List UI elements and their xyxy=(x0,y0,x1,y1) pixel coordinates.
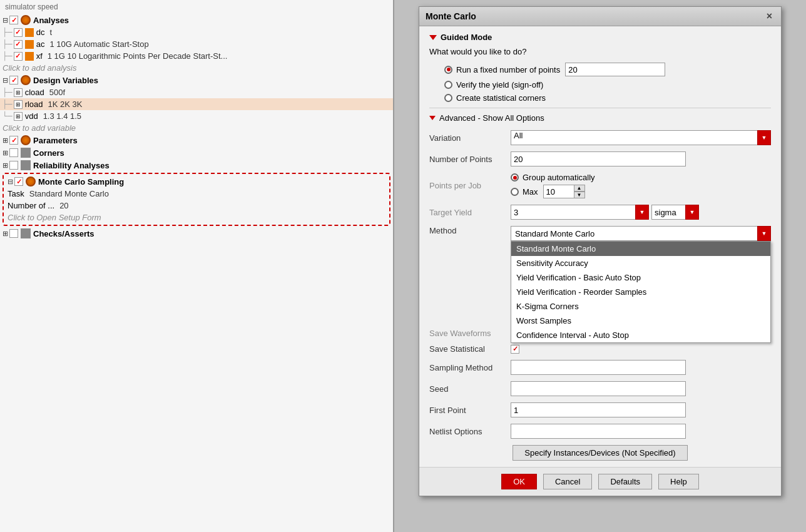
max-radio[interactable] xyxy=(511,188,519,196)
method-option-0[interactable]: Standard Monte Carlo xyxy=(511,242,770,256)
group-auto-row: Group automatically xyxy=(511,173,595,182)
open-setup-label: Click to Open Setup Form xyxy=(8,213,101,222)
dc-value: t xyxy=(49,28,52,37)
verify-yield-radio[interactable] xyxy=(444,81,452,89)
parameters-expand[interactable]: ⊞ xyxy=(3,136,8,145)
dc-name: dc xyxy=(36,28,45,37)
dialog-titlebar: Monte Carlo × xyxy=(419,7,781,26)
montecarlo-open[interactable]: Click to Open Setup Form xyxy=(5,212,388,223)
run-fixed-label: Run a fixed number of points xyxy=(456,65,560,74)
cload-icon: ⊞ xyxy=(14,88,23,97)
dialog-footer: OK Cancel Defaults Help xyxy=(419,467,781,496)
parameters-checkbox[interactable] xyxy=(9,136,18,145)
vdd-icon: ⊞ xyxy=(14,112,23,121)
xf-item: ├─ xf 1 1G 10 Logarithmic Points Per Dec… xyxy=(0,50,393,62)
method-display[interactable]: Standard Monte Carlo xyxy=(511,226,758,241)
create-corners-row: Create statistical corners xyxy=(429,93,771,103)
guided-mode-title: Guided Mode xyxy=(441,33,492,42)
cload-item: ├─ ⊞ cload 500f xyxy=(0,86,393,98)
first-point-input[interactable] xyxy=(511,402,686,417)
variation-row: Variation All xyxy=(429,130,771,145)
sampling-method-input[interactable] xyxy=(511,360,686,375)
analyses-expand[interactable]: ⊟ xyxy=(3,16,8,24)
save-statistical-label: Save Statistical xyxy=(429,344,511,354)
task-label: Task xyxy=(8,189,24,198)
target-yield-input[interactable] xyxy=(511,205,636,220)
montecarlo-task: Task Standard Monte Carlo xyxy=(5,188,388,200)
seed-input[interactable] xyxy=(511,381,686,396)
defaults-button[interactable]: Defaults xyxy=(598,474,652,489)
design-vars-icon xyxy=(21,75,31,85)
reliability-checkbox[interactable] xyxy=(9,161,18,170)
target-yield-row: Target Yield xyxy=(429,205,771,220)
method-option-1[interactable]: Sensitivity Accuracy xyxy=(511,256,770,270)
target-yield-dropdown-btn[interactable] xyxy=(635,205,649,220)
design-vars-checkbox[interactable] xyxy=(9,76,18,84)
run-fixed-radio[interactable] xyxy=(444,66,452,74)
max-input[interactable] xyxy=(543,185,574,198)
parameters-header[interactable]: ⊞ Parameters xyxy=(0,134,393,146)
method-option-6[interactable]: Confidence Interval - Auto Stop xyxy=(511,328,770,342)
vdd-item: └─ ⊞ vdd 1.3 1.4 1.5 xyxy=(0,110,393,122)
cancel-button[interactable]: Cancel xyxy=(543,474,592,489)
sigma-dropdown-btn[interactable] xyxy=(685,205,699,220)
corners-expand[interactable]: ⊞ xyxy=(3,149,8,157)
sigma-input[interactable] xyxy=(651,205,686,220)
help-button[interactable]: Help xyxy=(658,474,699,489)
montecarlo-icon xyxy=(26,176,36,187)
montecarlo-checkbox[interactable] xyxy=(14,177,23,186)
numpoints-input[interactable] xyxy=(511,151,686,166)
corners-checkbox[interactable] xyxy=(9,148,18,157)
task-value: Standard Monte Carlo xyxy=(29,189,109,198)
target-yield-label: Target Yield xyxy=(429,208,511,217)
max-spinner-down[interactable]: ▼ xyxy=(574,192,585,198)
advanced-toggle[interactable]: Advanced - Show All Options xyxy=(429,113,771,123)
method-option-3[interactable]: Yield Verification - Reorder Samples xyxy=(511,285,770,299)
netlist-options-input[interactable] xyxy=(511,424,686,439)
monte-carlo-dialog: Monte Carlo × Guided Mode What would you… xyxy=(419,6,782,496)
analyses-label: Analyses xyxy=(33,16,69,25)
add-variable[interactable]: Click to add variable xyxy=(0,122,393,134)
dc-checkbox[interactable] xyxy=(14,28,23,37)
netlist-options-label: Netlist Options xyxy=(429,427,511,436)
reliability-expand[interactable]: ⊞ xyxy=(3,161,8,170)
add-analysis[interactable]: Click to add analysis xyxy=(0,62,393,74)
checks-checkbox[interactable] xyxy=(9,229,18,238)
montecarlo-expand[interactable]: ⊟ xyxy=(8,178,13,186)
method-dropdown-list: Standard Monte Carlo Sensitivity Accurac… xyxy=(511,241,771,343)
method-dropdown-btn[interactable] xyxy=(757,226,771,241)
analyses-header[interactable]: ⊟ Analyses xyxy=(0,14,393,26)
checks-header[interactable]: ⊞ Checks/Asserts xyxy=(0,227,393,240)
sampling-method-row: Sampling Method xyxy=(429,360,771,375)
specify-button[interactable]: Specify Instances/Devices (Not Specified… xyxy=(513,445,687,461)
close-button[interactable]: × xyxy=(764,11,775,22)
variation-dropdown-btn[interactable] xyxy=(757,130,771,145)
design-vars-header[interactable]: ⊟ Design Variables xyxy=(0,74,393,86)
run-fixed-input[interactable] xyxy=(565,63,665,76)
create-corners-radio[interactable] xyxy=(444,94,452,102)
method-option-2[interactable]: Yield Verification - Basic Auto Stop xyxy=(511,270,770,285)
reliability-icon xyxy=(21,160,31,170)
method-option-5[interactable]: Worst Samples xyxy=(511,314,770,328)
variation-select[interactable]: All xyxy=(511,130,758,145)
rload-item[interactable]: ├─ ⊞ rload 1K 2K 3K xyxy=(0,98,393,110)
checks-expand[interactable]: ⊞ xyxy=(3,230,8,238)
numpoints-form-label: Number of Points xyxy=(429,155,511,164)
save-statistical-checkbox[interactable] xyxy=(511,345,519,354)
ac-checkbox[interactable] xyxy=(14,40,23,49)
group-auto-radio[interactable] xyxy=(511,173,519,182)
create-corners-label: Create statistical corners xyxy=(456,93,546,103)
design-vars-expand[interactable]: ⊟ xyxy=(3,76,8,84)
guided-mode-toggle[interactable]: Guided Mode xyxy=(429,33,771,42)
netlist-options-row: Netlist Options xyxy=(429,424,771,439)
method-option-4[interactable]: K-Sigma Corners xyxy=(511,299,770,314)
xf-checkbox[interactable] xyxy=(14,52,23,61)
analyses-checkbox[interactable] xyxy=(9,16,18,24)
max-spinner-up[interactable]: ▲ xyxy=(574,185,585,192)
montecarlo-header[interactable]: ⊟ Monte Carlo Sampling xyxy=(5,175,388,188)
variation-control: All xyxy=(511,130,771,145)
reliability-header[interactable]: ⊞ Reliability Analyses xyxy=(0,159,393,171)
ok-button[interactable]: OK xyxy=(501,474,537,489)
points-per-job-row: Points per Job Group automatically Max ▲ xyxy=(429,173,771,198)
corners-header[interactable]: ⊞ Corners xyxy=(0,146,393,159)
